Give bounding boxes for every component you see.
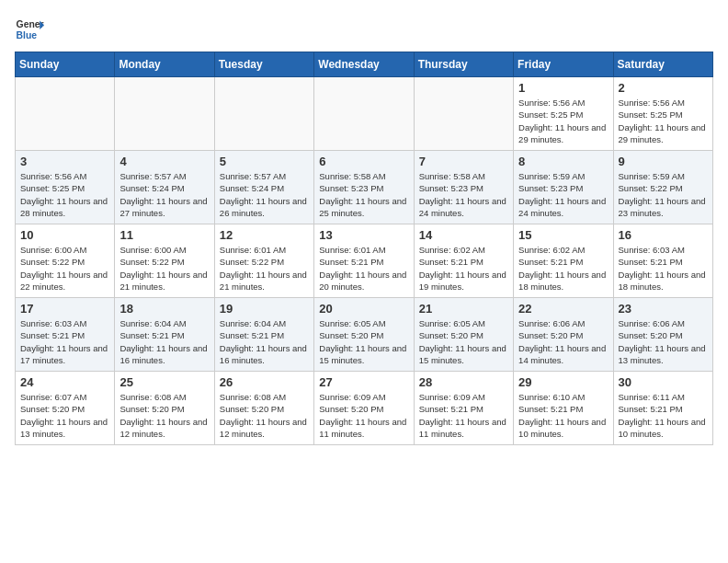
day-number: 27 [319, 375, 408, 389]
day-info: Sunrise: 5:58 AM Sunset: 5:23 PM Dayligh… [419, 170, 508, 219]
day-number: 23 [619, 302, 708, 316]
day-number: 22 [518, 302, 608, 316]
day-info: Sunrise: 6:02 AM Sunset: 5:21 PM Dayligh… [419, 244, 508, 293]
calendar-cell [414, 77, 513, 151]
day-number: 10 [20, 228, 109, 242]
day-info: Sunrise: 6:09 AM Sunset: 5:21 PM Dayligh… [419, 391, 508, 440]
logo-icon: General Blue [15, 15, 44, 44]
day-header-tuesday: Tuesday [214, 52, 313, 77]
calendar-cell: 17Sunrise: 6:03 AM Sunset: 5:21 PM Dayli… [16, 298, 115, 372]
day-info: Sunrise: 5:57 AM Sunset: 5:24 PM Dayligh… [220, 170, 309, 219]
day-header-monday: Monday [115, 52, 214, 77]
calendar-week-1: 1Sunrise: 5:56 AM Sunset: 5:25 PM Daylig… [16, 77, 713, 151]
calendar-cell: 10Sunrise: 6:00 AM Sunset: 5:22 PM Dayli… [16, 224, 115, 298]
day-info: Sunrise: 6:04 AM Sunset: 5:21 PM Dayligh… [220, 317, 309, 366]
day-number: 6 [319, 155, 408, 168]
day-number: 9 [619, 155, 708, 168]
calendar-cell: 26Sunrise: 6:08 AM Sunset: 5:20 PM Dayli… [214, 372, 313, 445]
calendar-cell: 12Sunrise: 6:01 AM Sunset: 5:22 PM Dayli… [214, 224, 313, 298]
day-info: Sunrise: 5:56 AM Sunset: 5:25 PM Dayligh… [518, 97, 608, 145]
calendar-cell [314, 77, 414, 151]
day-info: Sunrise: 5:59 AM Sunset: 5:23 PM Dayligh… [518, 170, 608, 219]
calendar-cell: 16Sunrise: 6:03 AM Sunset: 5:21 PM Dayli… [613, 224, 712, 298]
calendar-cell: 21Sunrise: 6:05 AM Sunset: 5:20 PM Dayli… [414, 298, 513, 372]
day-number: 13 [319, 228, 408, 242]
day-info: Sunrise: 6:01 AM Sunset: 5:21 PM Dayligh… [319, 244, 408, 293]
calendar-cell: 18Sunrise: 6:04 AM Sunset: 5:21 PM Dayli… [115, 298, 214, 372]
calendar-cell: 11Sunrise: 6:00 AM Sunset: 5:22 PM Dayli… [115, 224, 214, 298]
day-number: 15 [518, 228, 608, 242]
calendar-cell: 6Sunrise: 5:58 AM Sunset: 5:23 PM Daylig… [314, 151, 414, 224]
day-number: 3 [20, 155, 109, 168]
calendar-cell: 19Sunrise: 6:04 AM Sunset: 5:21 PM Dayli… [214, 298, 313, 372]
svg-text:Blue: Blue [17, 30, 38, 40]
day-header-friday: Friday [514, 52, 613, 77]
logo: General Blue [15, 15, 44, 44]
day-info: Sunrise: 5:57 AM Sunset: 5:24 PM Dayligh… [119, 170, 209, 219]
calendar-header-row: SundayMondayTuesdayWednesdayThursdayFrid… [16, 52, 713, 77]
day-info: Sunrise: 6:05 AM Sunset: 5:20 PM Dayligh… [419, 317, 508, 366]
day-info: Sunrise: 5:58 AM Sunset: 5:23 PM Dayligh… [319, 170, 408, 219]
day-header-sunday: Sunday [16, 52, 115, 77]
day-info: Sunrise: 6:11 AM Sunset: 5:21 PM Dayligh… [619, 391, 708, 440]
day-header-thursday: Thursday [414, 52, 513, 77]
calendar-cell: 9Sunrise: 5:59 AM Sunset: 5:22 PM Daylig… [613, 151, 712, 224]
day-number: 18 [119, 302, 209, 316]
day-info: Sunrise: 6:03 AM Sunset: 5:21 PM Dayligh… [619, 244, 708, 293]
day-info: Sunrise: 6:06 AM Sunset: 5:20 PM Dayligh… [619, 317, 708, 366]
calendar-cell: 22Sunrise: 6:06 AM Sunset: 5:20 PM Dayli… [514, 298, 613, 372]
day-number: 5 [220, 155, 309, 168]
day-number: 20 [319, 302, 408, 316]
calendar-cell: 30Sunrise: 6:11 AM Sunset: 5:21 PM Dayli… [613, 372, 712, 445]
day-number: 4 [119, 155, 209, 168]
calendar-cell [115, 77, 214, 151]
day-info: Sunrise: 6:06 AM Sunset: 5:20 PM Dayligh… [518, 317, 608, 366]
calendar-cell: 1Sunrise: 5:56 AM Sunset: 5:25 PM Daylig… [514, 77, 613, 151]
day-info: Sunrise: 6:10 AM Sunset: 5:21 PM Dayligh… [518, 391, 608, 440]
calendar-cell: 29Sunrise: 6:10 AM Sunset: 5:21 PM Dayli… [514, 372, 613, 445]
day-number: 30 [619, 375, 708, 389]
day-info: Sunrise: 5:56 AM Sunset: 5:25 PM Dayligh… [619, 97, 708, 145]
calendar-cell: 14Sunrise: 6:02 AM Sunset: 5:21 PM Dayli… [414, 224, 513, 298]
day-info: Sunrise: 6:05 AM Sunset: 5:20 PM Dayligh… [319, 317, 408, 366]
day-info: Sunrise: 6:00 AM Sunset: 5:22 PM Dayligh… [20, 244, 109, 293]
day-info: Sunrise: 6:01 AM Sunset: 5:22 PM Dayligh… [220, 244, 309, 293]
calendar-cell: 5Sunrise: 5:57 AM Sunset: 5:24 PM Daylig… [214, 151, 313, 224]
calendar-table: SundayMondayTuesdayWednesdayThursdayFrid… [15, 52, 713, 445]
calendar-cell: 23Sunrise: 6:06 AM Sunset: 5:20 PM Dayli… [613, 298, 712, 372]
calendar-cell: 13Sunrise: 6:01 AM Sunset: 5:21 PM Dayli… [314, 224, 414, 298]
calendar-cell: 24Sunrise: 6:07 AM Sunset: 5:20 PM Dayli… [16, 372, 115, 445]
calendar-cell: 3Sunrise: 5:56 AM Sunset: 5:25 PM Daylig… [16, 151, 115, 224]
day-number: 28 [419, 375, 508, 389]
day-info: Sunrise: 5:56 AM Sunset: 5:25 PM Dayligh… [20, 170, 109, 219]
day-info: Sunrise: 6:02 AM Sunset: 5:21 PM Dayligh… [518, 244, 608, 293]
calendar-cell: 8Sunrise: 5:59 AM Sunset: 5:23 PM Daylig… [514, 151, 613, 224]
day-info: Sunrise: 6:08 AM Sunset: 5:20 PM Dayligh… [119, 391, 209, 440]
calendar-cell [214, 77, 313, 151]
calendar-week-2: 3Sunrise: 5:56 AM Sunset: 5:25 PM Daylig… [16, 151, 713, 224]
calendar-cell: 15Sunrise: 6:02 AM Sunset: 5:21 PM Dayli… [514, 224, 613, 298]
day-header-saturday: Saturday [613, 52, 712, 77]
calendar-cell: 4Sunrise: 5:57 AM Sunset: 5:24 PM Daylig… [115, 151, 214, 224]
calendar-cell: 20Sunrise: 6:05 AM Sunset: 5:20 PM Dayli… [314, 298, 414, 372]
day-number: 14 [419, 228, 508, 242]
day-info: Sunrise: 6:09 AM Sunset: 5:20 PM Dayligh… [319, 391, 408, 440]
calendar-cell: 2Sunrise: 5:56 AM Sunset: 5:25 PM Daylig… [613, 77, 712, 151]
day-header-wednesday: Wednesday [314, 52, 414, 77]
calendar-cell: 27Sunrise: 6:09 AM Sunset: 5:20 PM Dayli… [314, 372, 414, 445]
day-number: 16 [619, 228, 708, 242]
day-number: 19 [220, 302, 309, 316]
calendar-cell [16, 77, 115, 151]
day-number: 11 [119, 228, 209, 242]
calendar-cell: 7Sunrise: 5:58 AM Sunset: 5:23 PM Daylig… [414, 151, 513, 224]
day-info: Sunrise: 6:00 AM Sunset: 5:22 PM Dayligh… [119, 244, 209, 293]
day-number: 26 [220, 375, 309, 389]
day-info: Sunrise: 6:04 AM Sunset: 5:21 PM Dayligh… [119, 317, 209, 366]
calendar-week-3: 10Sunrise: 6:00 AM Sunset: 5:22 PM Dayli… [16, 224, 713, 298]
day-number: 21 [419, 302, 508, 316]
day-number: 25 [119, 375, 209, 389]
day-number: 24 [20, 375, 109, 389]
day-info: Sunrise: 6:07 AM Sunset: 5:20 PM Dayligh… [20, 391, 109, 440]
day-info: Sunrise: 5:59 AM Sunset: 5:22 PM Dayligh… [619, 170, 708, 219]
calendar-week-4: 17Sunrise: 6:03 AM Sunset: 5:21 PM Dayli… [16, 298, 713, 372]
